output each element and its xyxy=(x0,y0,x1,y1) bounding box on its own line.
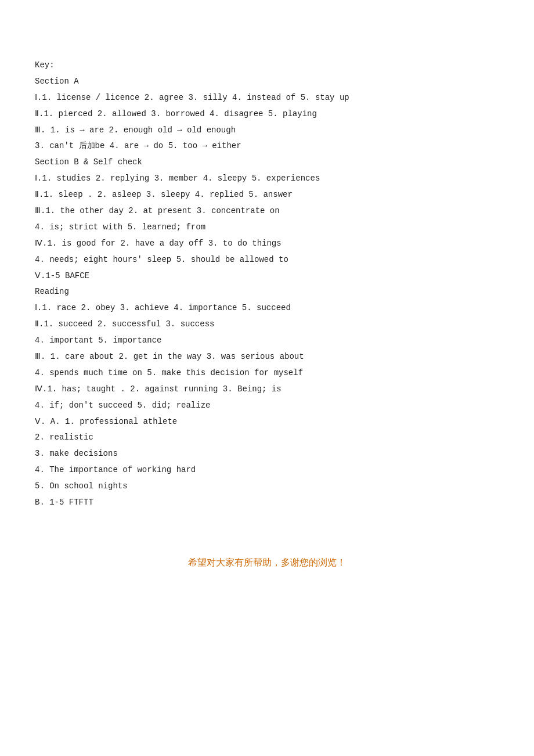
section-b-I: Ⅰ.1. studies 2. replying 3. member 4. sl… xyxy=(35,171,499,186)
section-a-III-2: 3. can't 后加be 4. are → do 5. too → eithe… xyxy=(35,139,499,154)
section-b-header: Section B & Self check xyxy=(35,155,499,170)
section-b-IV-2: 4. needs; eight hours' sleep 5. should b… xyxy=(35,253,499,268)
reading-II-1: Ⅱ.1. succeed 2. successful 3. success xyxy=(35,317,499,332)
section-a-I: Ⅰ.1. license / licence 2. agree 3. silly… xyxy=(35,91,499,106)
reading-IV-2: 4. if; don't succeed 5. did; realize xyxy=(35,398,499,413)
section-b-III-1: Ⅲ.1. the other day 2. at present 3. conc… xyxy=(35,204,499,219)
reading-V-B: B. 1-5 FTFTT xyxy=(35,495,499,510)
section-b-IV-1: Ⅳ.1. is good for 2. have a day off 3. to… xyxy=(35,236,499,251)
footer-note: 希望对大家有所帮助，多谢您的浏览！ xyxy=(35,557,499,569)
reading-V-2: 2. realistic xyxy=(35,430,499,445)
reading-V-5: 5. On school nights xyxy=(35,479,499,494)
reading-V-label: Ⅴ. A. 1. professional athlete xyxy=(35,415,499,430)
reading-III-2: 4. spends much time on 5. make this deci… xyxy=(35,366,499,381)
section-b-III-2: 4. is; strict with 5. learned; from xyxy=(35,220,499,235)
section-a-II: Ⅱ.1. pierced 2. allowed 3. borrowed 4. d… xyxy=(35,107,499,122)
reading-II-2: 4. important 5. importance xyxy=(35,333,499,348)
section-a-III-1: Ⅲ. 1. is → are 2. enough old → old enoug… xyxy=(35,123,499,138)
reading-header: Reading xyxy=(35,285,499,300)
section-a-header: Section A xyxy=(35,74,499,89)
reading-IV: Ⅳ.1. has; taught . 2. against running 3.… xyxy=(35,382,499,397)
section-b-V: Ⅴ.1-5 BAFCE xyxy=(35,269,499,284)
section-b-II-1: Ⅱ.1. sleep . 2. asleep 3. sleepy 4. repl… xyxy=(35,188,499,203)
reading-I: Ⅰ.1. race 2. obey 3. achieve 4. importan… xyxy=(35,301,499,316)
main-content: Key: Section A Ⅰ.1. license / licence 2.… xyxy=(35,58,499,510)
reading-III-1: Ⅲ. 1. care about 2. get in the way 3. wa… xyxy=(35,350,499,365)
reading-V-4: 4. The importance of working hard xyxy=(35,463,499,478)
reading-V-3: 3. make decisions xyxy=(35,447,499,462)
key-label: Key: xyxy=(35,58,499,73)
